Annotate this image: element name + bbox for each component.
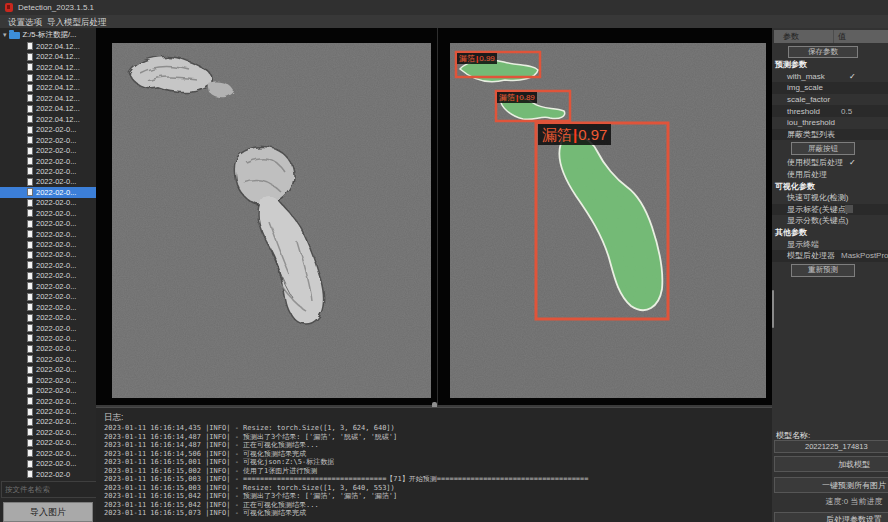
tree-file-item[interactable]: 2022-02-0... — [0, 281, 96, 291]
tree-file-item[interactable]: 2022-02-0... — [0, 375, 96, 385]
param-row-threshold[interactable]: threshold 0.5 — [772, 105, 888, 117]
tree-file-item[interactable]: 2022.04.12... — [0, 62, 96, 72]
tree-file-item[interactable]: 2022-02-0... — [0, 166, 96, 176]
repredict-button[interactable]: 重新预测 — [791, 264, 855, 277]
tree-file-item[interactable]: 2022-02-0... — [0, 396, 96, 406]
file-name: 2022.04.12... — [36, 83, 80, 92]
parameter-panel: 参数 值 保存参数 预测参数 with_mask ✓ img_scale sca… — [772, 28, 888, 522]
mask-button[interactable]: 屏蔽按钮 — [791, 142, 855, 155]
checkmark-icon[interactable]: ✓ — [849, 72, 856, 81]
file-name: 2022-02-0... — [36, 136, 76, 145]
tree-file-item[interactable]: 2022-02-0... — [0, 312, 96, 322]
param-row-use-model-postprocess[interactable]: 使用模型后处理 ✓ — [772, 157, 888, 169]
tree-file-item[interactable]: 2022-02-0... — [0, 208, 96, 218]
param-row-show-terminal[interactable]: 显示终端 — [772, 238, 888, 250]
filename-search-input[interactable] — [1, 481, 97, 498]
file-icon — [27, 397, 33, 405]
tree-file-item[interactable]: 2022-02-0... — [0, 344, 96, 354]
tree-file-item[interactable]: 2022.04.12... — [0, 93, 96, 103]
param-row-postprocessor[interactable]: 模型后处理器 MaskPostPro — [772, 250, 888, 262]
tree-root-folder[interactable]: ▾ Z:/5-标注数据/... — [0, 29, 96, 41]
param-row-scale-factor[interactable]: scale_factor — [772, 94, 888, 106]
tree-file-item[interactable]: 2022-02-0... — [0, 177, 96, 187]
predict-all-button[interactable]: 一键预测所有图片 — [774, 477, 888, 493]
tree-file-item[interactable]: 2022-02-0... — [0, 218, 96, 228]
model-name-field[interactable]: 20221225_174813 — [774, 440, 888, 453]
log-line: 2023-01-11 16:16:15,003 |INFO| - Resize:… — [104, 484, 770, 493]
tree-file-item[interactable]: 2022-02-0... — [0, 427, 96, 437]
tree-file-item[interactable]: 2022-02-0... — [0, 187, 96, 197]
tree-file-item[interactable]: 2022-02-0... — [0, 260, 96, 270]
file-icon — [27, 460, 33, 468]
tree-file-item[interactable]: 2022-02-0... — [0, 198, 96, 208]
param-row-show-labels[interactable]: 显示标签(关键点) — [772, 204, 888, 216]
file-icon — [27, 282, 33, 290]
checkbox-unchecked[interactable] — [845, 205, 853, 213]
param-row-show-scores[interactable]: 显示分数(关键点) — [772, 215, 888, 227]
tree-file-item[interactable]: 2022-02-0... — [0, 459, 96, 469]
file-icon — [27, 188, 33, 196]
tree-file-item[interactable]: 2022-02-0... — [0, 156, 96, 166]
tree-file-item[interactable]: 2022-02-0... — [0, 406, 96, 416]
threshold-value[interactable]: 0.5 — [841, 107, 852, 116]
tree-file-item[interactable]: 2022-02-0 — [0, 469, 96, 479]
detection-label-1: 漏箔|0.99 — [457, 53, 497, 64]
tree-file-item[interactable]: 2022-02-0... — [0, 292, 96, 302]
file-icon — [27, 94, 33, 102]
tree-file-item[interactable]: 2022.04.12... — [0, 104, 96, 114]
file-name: 2022-02-0... — [36, 313, 76, 322]
tree-file-item[interactable]: 2022.04.12... — [0, 83, 96, 93]
load-model-button[interactable]: 加载模型 — [774, 456, 888, 472]
file-name: 2022-02-0... — [36, 146, 76, 155]
tree-file-item[interactable]: 2022-02-0... — [0, 250, 96, 260]
tree-file-item[interactable]: 2022.04.12... — [0, 41, 96, 51]
menubar: 设置选项 导入模型后处理 — [0, 15, 888, 29]
postprocess-settings-button[interactable]: 后处理参数设置 — [774, 512, 888, 522]
tree-file-item[interactable]: 2022.04.12... — [0, 114, 96, 124]
save-params-button[interactable]: 保存参数 — [788, 46, 858, 58]
panel-scrollbar[interactable] — [772, 290, 774, 328]
log-panel[interactable]: 日志: 2023-01-11 16:16:14,435 |INFO| - Res… — [96, 407, 772, 522]
param-row-iou-threshold[interactable]: iou_threshold — [772, 117, 888, 129]
checkmark-icon[interactable]: ✓ — [849, 158, 856, 167]
prediction-image-panel[interactable]: 漏箔|0.99 漏箔|0.89 漏箔|0.97 — [450, 43, 766, 398]
import-images-button[interactable]: 导入图片 — [3, 502, 93, 522]
tree-file-item[interactable]: 2022.04.12... — [0, 51, 96, 61]
file-icon — [27, 324, 33, 332]
tree-file-item[interactable]: 2022-02-0... — [0, 438, 96, 448]
file-name: 2022.04.12... — [36, 104, 80, 113]
tree-file-item[interactable]: 2022-02-0... — [0, 323, 96, 333]
tree-file-item[interactable]: 2022-02-0... — [0, 125, 96, 135]
tree-file-item[interactable]: 2022-02-0... — [0, 354, 96, 364]
expander-arrow-icon[interactable]: ▾ — [3, 31, 7, 39]
param-row-fast-visualize[interactable]: 快速可视化(检测) — [772, 192, 888, 204]
file-icon — [27, 251, 33, 259]
tree-file-item[interactable]: 2022-02-0... — [0, 417, 96, 427]
tree-file-item[interactable]: 2022-02-0... — [0, 135, 96, 145]
tree-file-item[interactable]: 2022-02-0... — [0, 365, 96, 375]
param-row-with-mask[interactable]: with_mask ✓ — [772, 71, 888, 83]
tree-file-item[interactable]: 2022-02-0... — [0, 145, 96, 155]
file-tree[interactable]: ▾ Z:/5-标注数据/... 2022.04.12... 2022.04.12… — [0, 29, 96, 480]
param-rows: 预测参数 with_mask ✓ img_scale scale_factor … — [772, 59, 888, 279]
param-row-use-postprocess[interactable]: 使用后处理 — [772, 169, 888, 181]
file-name: 2022-02-0... — [36, 449, 76, 458]
file-icon — [27, 334, 33, 342]
tree-file-item[interactable]: 2022-02-0... — [0, 271, 96, 281]
tree-file-item[interactable]: 2022-02-0... — [0, 448, 96, 458]
file-name: 2022-02-0... — [36, 334, 76, 343]
tree-file-item[interactable]: 2022-02-0... — [0, 333, 96, 343]
original-image-panel[interactable] — [112, 43, 431, 398]
tree-file-item[interactable]: 2022-02-0... — [0, 239, 96, 249]
tree-file-item[interactable]: 2022-02-0... — [0, 229, 96, 239]
postprocessor-value[interactable]: MaskPostPro — [841, 251, 888, 260]
param-row-img-scale[interactable]: img_scale — [772, 82, 888, 94]
file-icon — [27, 355, 33, 363]
file-tree-panel: ▾ Z:/5-标注数据/... 2022.04.12... 2022.04.12… — [0, 28, 97, 522]
tree-file-item[interactable]: 2022.04.12... — [0, 72, 96, 82]
param-row-mask-type-list[interactable]: 屏蔽类型列表 — [772, 129, 888, 141]
file-icon — [27, 84, 33, 92]
tree-file-item[interactable]: 2022-02-0... — [0, 385, 96, 395]
tree-file-item[interactable]: 2022-02-0... — [0, 302, 96, 312]
file-icon — [27, 366, 33, 374]
